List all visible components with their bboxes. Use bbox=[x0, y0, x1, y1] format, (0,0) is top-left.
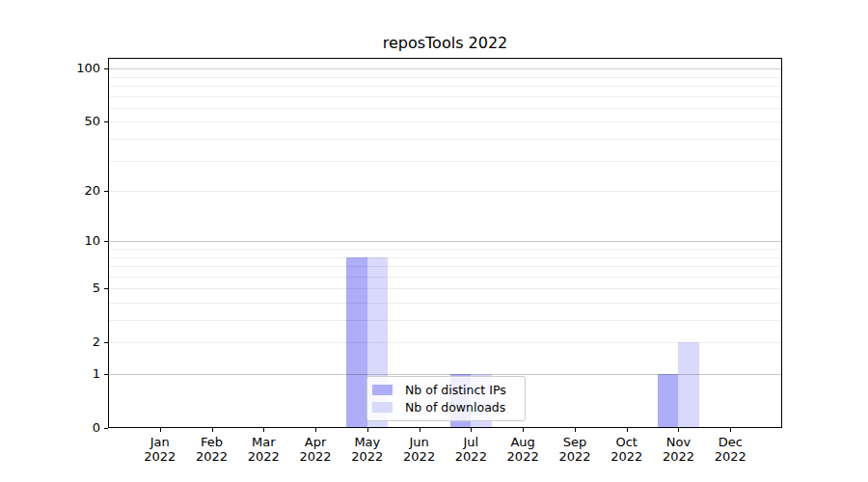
plot-area bbox=[108, 58, 782, 428]
gridline bbox=[108, 249, 782, 250]
gridline bbox=[108, 86, 782, 87]
gridline bbox=[108, 121, 782, 122]
y-tick bbox=[104, 428, 108, 429]
x-tick-label: May2022 bbox=[339, 435, 396, 464]
y-tick-label: 2 bbox=[39, 334, 100, 351]
gridline bbox=[108, 191, 782, 192]
legend: Nb of distinct IPs Nb of downloads bbox=[366, 376, 526, 421]
legend-swatch-downloads-icon bbox=[372, 402, 393, 413]
x-tick-label: Nov2022 bbox=[649, 435, 707, 464]
legend-item-downloads: Nb of downloads bbox=[372, 400, 521, 415]
x-tick bbox=[263, 428, 264, 432]
gridline bbox=[108, 320, 782, 321]
chart-title: reposTools 2022 bbox=[108, 34, 782, 52]
y-tick-label: 100 bbox=[39, 60, 100, 77]
gridline bbox=[108, 68, 782, 69]
gridline bbox=[108, 374, 782, 375]
y-tick-label: 0 bbox=[39, 419, 100, 437]
x-tick-label: Oct2022 bbox=[598, 435, 656, 464]
x-tick-label: Apr2022 bbox=[286, 435, 344, 464]
bar-nov-series0 bbox=[658, 374, 679, 428]
x-tick-label: Jul2022 bbox=[442, 435, 500, 464]
x-tick bbox=[730, 428, 731, 432]
x-tick bbox=[160, 428, 161, 432]
x-tick bbox=[575, 428, 576, 432]
y-tick-label: 10 bbox=[39, 232, 100, 250]
x-tick-label: Jun2022 bbox=[391, 435, 448, 464]
legend-item-distinct-ips: Nb of distinct IPs bbox=[372, 383, 521, 397]
gridline bbox=[108, 161, 782, 162]
y-tick-label: 20 bbox=[39, 182, 100, 200]
legend-label-distinct-ips: Nb of distinct IPs bbox=[405, 383, 506, 397]
x-tick bbox=[471, 428, 472, 432]
x-tick-label: Feb2022 bbox=[183, 435, 241, 464]
bar-nov-series1 bbox=[678, 342, 699, 428]
gridline bbox=[108, 139, 782, 140]
x-tick bbox=[678, 428, 679, 432]
x-tick-label: Jan2022 bbox=[131, 435, 189, 464]
x-tick bbox=[367, 428, 368, 432]
y-tick-label: 1 bbox=[39, 365, 100, 383]
x-tick-label: Mar2022 bbox=[234, 435, 292, 464]
legend-swatch-distinct-ips-icon bbox=[372, 385, 393, 395]
gridline bbox=[108, 266, 782, 267]
gridline bbox=[108, 277, 782, 278]
y-tick-label: 5 bbox=[39, 280, 100, 297]
x-tick bbox=[420, 428, 420, 432]
gridline bbox=[108, 342, 782, 343]
gridline bbox=[108, 77, 782, 78]
x-tick bbox=[315, 428, 316, 432]
legend-label-downloads: Nb of downloads bbox=[405, 400, 505, 415]
x-tick bbox=[523, 428, 524, 432]
gridline bbox=[108, 303, 782, 304]
x-tick bbox=[627, 428, 628, 432]
y-tick-label: 50 bbox=[39, 113, 100, 130]
gridline bbox=[108, 257, 782, 258]
x-tick-label: Aug2022 bbox=[494, 435, 552, 464]
gridline bbox=[108, 288, 782, 289]
x-tick-label: Sep2022 bbox=[546, 435, 604, 464]
x-tick-label: Dec2022 bbox=[701, 435, 759, 464]
gridline bbox=[108, 241, 782, 242]
chart-canvas: reposTools 2022 Nb of distinct IPs Nb of… bbox=[0, 0, 868, 482]
gridline bbox=[108, 108, 782, 109]
x-tick bbox=[212, 428, 213, 432]
gridline bbox=[108, 96, 782, 97]
